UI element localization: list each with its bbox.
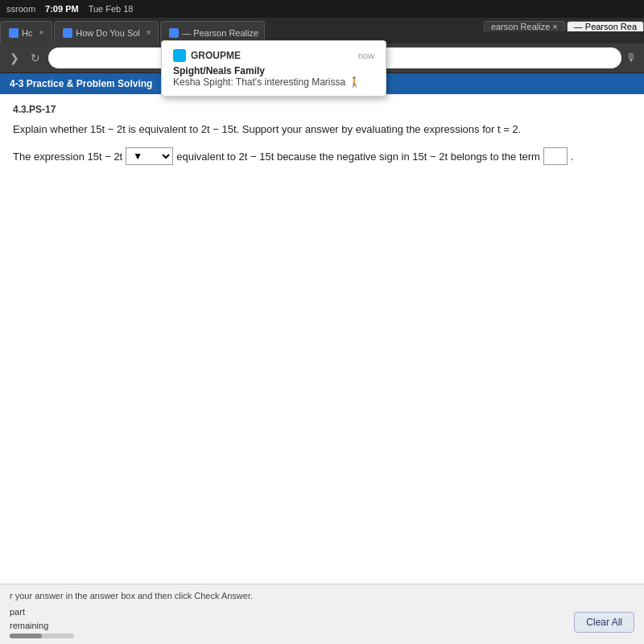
rtab-pearson3-label: — Pearson Rea [574,22,637,31]
tab-hc[interactable]: Hc × [0,21,52,43]
problem-answer-line: The expression 15t − 2t ▼ is is not equi… [13,147,631,166]
groupme-icon [173,49,186,62]
notif-time: now [358,51,374,60]
rtab-pearson2[interactable]: earson Realize × [484,21,565,31]
refresh-button[interactable]: ↻ [27,50,43,66]
clear-all-button[interactable]: Clear All [574,612,634,633]
os-date: Tue Feb 18 [89,4,134,14]
mic-icon: 🎙 [626,52,638,64]
notif-app-name: GROUPME [191,50,241,61]
progress-bar-container [10,634,74,638]
part-info: part remaining [10,605,74,638]
content-spacer [0,175,644,481]
tab-bar: Hc × How Do You Sol × — Pearson Realize … [0,18,644,43]
tab-hc-label: Hc [22,28,32,38]
problem-container: 4.3.PS-17 Explain whether 15t − 2t is eq… [0,94,644,175]
answer-middle: equivalent to 2t − 15t because the negat… [176,147,540,166]
main-content: 4-3 Practice & Problem Solving 4.3.PS-17… [0,73,644,644]
right-tabs-area: earson Realize × — Pearson Rea [484,21,644,31]
problem-question: Explain whether 15t − 2t is equivalent t… [13,122,631,138]
bottom-instruction: r your answer in the answer box and then… [10,591,634,601]
answer-prefix: The expression 15t − 2t [13,147,122,166]
problem-id: 4.3.PS-17 [13,104,631,115]
tab-hc-close[interactable]: × [39,28,43,37]
tab-pearson1-icon [169,28,179,38]
section-header-text: 4-3 Practice & Problem Solving [10,78,152,89]
back-button[interactable]: ❯ [6,50,23,66]
progress-bar-fill [10,634,42,638]
os-time: 7:09 PM [45,4,79,14]
tab-how[interactable]: How Do You Sol × [54,21,159,43]
equivalent-dropdown[interactable]: ▼ is is not [126,147,173,165]
page-wrapper: 4-3 Practice & Problem Solving 4.3.PS-17… [0,73,644,644]
answer-suffix: . [571,147,574,166]
part-label: part [10,605,74,619]
notification-popup: GROUPME now Spight/Neals Family Kesha Sp… [161,40,386,97]
os-app-name: ssroom [6,4,35,14]
tab-how-close[interactable]: × [147,28,151,37]
remaining-label: remaining [10,619,74,633]
tab-pearson1-label: — Pearson Realize [182,28,258,38]
notif-group: Spight/Neals Family [173,65,374,76]
answer-box[interactable] [543,147,568,165]
tab-how-label: How Do You Sol [76,28,140,38]
tab-hc-icon [9,28,19,38]
tab-how-icon [63,28,72,38]
notif-message: Kesha Spight: That's interesting Marissa… [173,76,374,88]
bottom-controls: part remaining Clear All [10,605,634,638]
notif-header: GROUPME now [173,49,374,62]
browser-chrome: Hc × How Do You Sol × — Pearson Realize … [0,18,644,73]
rtab-pearson2-label: earson Realize × [491,22,558,31]
rtab-pearson3[interactable]: — Pearson Rea [567,21,644,31]
os-bar: ssroom 7:09 PM Tue Feb 18 [0,0,644,18]
bottom-bar: r your answer in the answer box and then… [0,584,644,644]
